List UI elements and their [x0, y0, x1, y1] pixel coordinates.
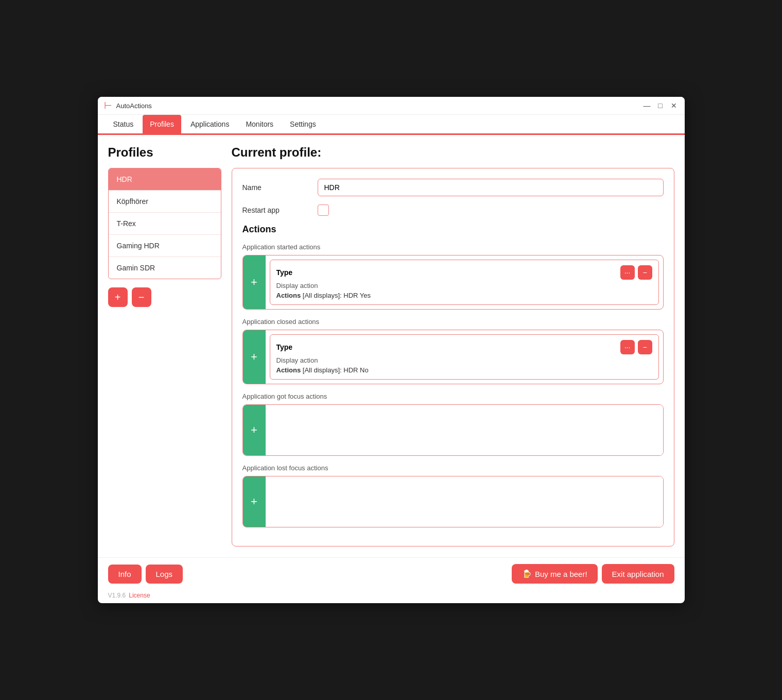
sidebar: Profiles HDR Köpfhörer T-Rex Gaming HDR … [108, 145, 221, 547]
started-card-type: Type [276, 268, 293, 277]
started-card-display: Display action [276, 282, 652, 289]
add-closed-action-button[interactable]: + [243, 330, 266, 384]
profile-item-gamin-sdr[interactable]: Gamin SDR [109, 257, 221, 279]
nav-status[interactable]: Status [106, 115, 141, 133]
focus-gained-box: + [242, 404, 664, 456]
profile-item-trex[interactable]: T-Rex [109, 213, 221, 235]
profile-item-kopfhorer[interactable]: Köpfhörer [109, 191, 221, 213]
add-profile-button[interactable]: + [108, 287, 128, 307]
started-edit-button[interactable]: ··· [620, 265, 635, 280]
app-title: AutoActions [116, 102, 152, 110]
started-action-cards: Type ··· − Display action Actions [All d… [266, 255, 663, 309]
nav-bar: Status Profiles Applications Monitors Se… [98, 115, 685, 135]
closed-card-header: Type ··· − [276, 340, 652, 354]
closed-card-display: Display action [276, 356, 652, 364]
close-button[interactable]: ✕ [669, 101, 679, 110]
started-delete-button[interactable]: − [638, 265, 652, 280]
add-started-action-button[interactable]: + [243, 255, 266, 309]
footer-left: Info Logs [108, 565, 183, 584]
nav-monitors[interactable]: Monitors [238, 115, 281, 133]
name-row: Name [242, 179, 664, 196]
focus-gained-section: Application got focus actions + [242, 392, 664, 456]
footer-right: 🍺 Buy me a beer! Exit application [512, 564, 674, 584]
version-bar: V1.9.6 License [98, 590, 685, 603]
version-text: V1.9.6 [108, 592, 126, 599]
focus-lost-section: Application lost focus actions + [242, 464, 664, 527]
buy-beer-button[interactable]: 🍺 Buy me a beer! [512, 564, 598, 584]
window-controls: — □ ✕ [642, 101, 679, 110]
closed-actions-section: Application closed actions + Type ··· − [242, 318, 664, 384]
remove-profile-button[interactable]: − [132, 287, 151, 307]
restart-checkbox[interactable] [318, 204, 329, 216]
started-card-btns: ··· − [620, 265, 652, 280]
buy-label: Buy me a beer! [535, 570, 587, 578]
exit-button[interactable]: Exit application [602, 564, 674, 584]
profile-item-gaming-hdr[interactable]: Gaming HDR [109, 235, 221, 257]
minimize-button[interactable]: — [642, 101, 652, 110]
panel-title: Current profile: [232, 145, 674, 160]
title-bar-left: ⊢ AutoActions [104, 101, 152, 110]
sidebar-title: Profiles [108, 145, 221, 160]
info-button[interactable]: Info [108, 565, 142, 584]
focus-gained-label: Application got focus actions [242, 392, 664, 400]
focus-gained-area [266, 405, 663, 455]
closed-card-type: Type [276, 343, 293, 351]
add-focus-gained-button[interactable]: + [243, 405, 266, 455]
focus-lost-label: Application lost focus actions [242, 464, 664, 472]
closed-action-box: + Type ··· − Display actio [242, 330, 664, 384]
started-label: Application started actions [242, 243, 664, 251]
profile-list: HDR Köpfhörer T-Rex Gaming HDR Gamin SDR [108, 168, 221, 279]
started-action-box: + Type ··· − Display actio [242, 255, 664, 310]
nav-applications[interactable]: Applications [183, 115, 237, 133]
beer-icon: 🍺 [522, 569, 532, 578]
footer-bar: Info Logs 🍺 Buy me a beer! Exit applicat… [98, 557, 685, 590]
actions-title: Actions [242, 224, 664, 235]
profile-form: Name Restart app Actions Application sta… [232, 168, 674, 547]
closed-action-card: Type ··· − Display action Actions [All d… [270, 334, 659, 380]
started-card-actions: Actions [All displays]: HDR Yes [276, 292, 652, 299]
right-panel: Current profile: Name Restart app Action… [232, 145, 674, 547]
nav-profiles[interactable]: Profiles [143, 115, 181, 133]
started-action-card: Type ··· − Display action Actions [All d… [270, 260, 659, 305]
closed-card-actions: Actions [All displays]: HDR No [276, 366, 652, 374]
title-bar: ⊢ AutoActions — □ ✕ [98, 97, 685, 115]
restart-row: Restart app [242, 204, 664, 216]
closed-delete-button[interactable]: − [638, 340, 652, 354]
profile-actions: + − [108, 287, 221, 307]
add-focus-lost-button[interactable]: + [243, 476, 266, 527]
focus-lost-box: + [242, 476, 664, 527]
profile-item-hdr[interactable]: HDR [109, 168, 221, 191]
started-card-header: Type ··· − [276, 265, 652, 280]
restart-label: Restart app [242, 206, 309, 214]
main-content: Profiles HDR Köpfhörer T-Rex Gaming HDR … [98, 135, 685, 557]
closed-action-cards: Type ··· − Display action Actions [All d… [266, 330, 663, 384]
started-actions-section: Application started actions + Type ··· − [242, 243, 664, 310]
closed-label: Application closed actions [242, 318, 664, 326]
name-label: Name [242, 183, 309, 192]
app-window: ⊢ AutoActions — □ ✕ Status Profiles Appl… [98, 97, 685, 603]
maximize-button[interactable]: □ [656, 101, 665, 110]
logs-button[interactable]: Logs [146, 565, 183, 584]
closed-edit-button[interactable]: ··· [620, 340, 635, 354]
closed-card-btns: ··· − [620, 340, 652, 354]
app-logo-icon: ⊢ [104, 101, 112, 110]
focus-lost-area [266, 476, 663, 527]
name-input[interactable] [318, 179, 664, 196]
nav-settings[interactable]: Settings [283, 115, 323, 133]
license-link[interactable]: License [129, 592, 150, 599]
